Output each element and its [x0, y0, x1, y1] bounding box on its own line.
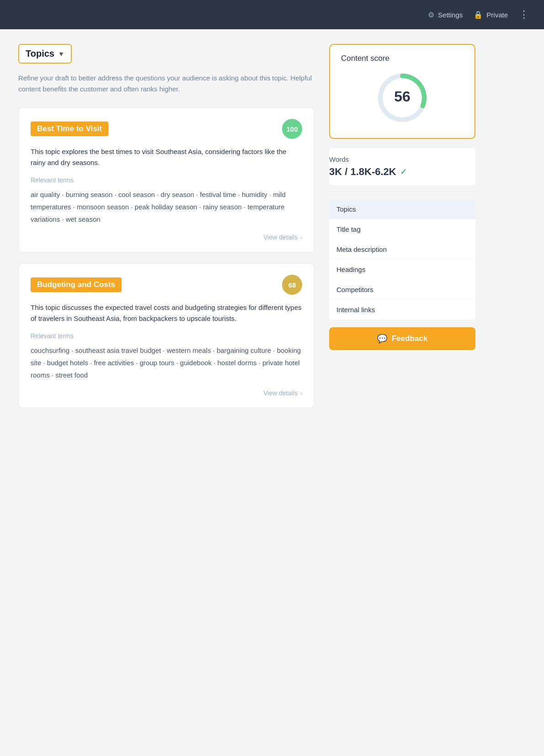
- right-column: Content score 56 Words 3K / 1.8K-6.2K ✓: [329, 44, 475, 350]
- card-header-best-time: Best Time to Visit 100: [31, 119, 302, 139]
- sidebar-item-competitors[interactable]: Competitors: [329, 280, 475, 300]
- left-column: Topics ▼ Refine your draft to better add…: [18, 44, 329, 419]
- view-details-label-2: View details: [263, 389, 297, 397]
- view-details-budgeting[interactable]: View details ›: [31, 389, 302, 397]
- terms-budgeting: couchsurfing · southeast asia travel bud…: [31, 344, 302, 381]
- dropdown-arrow-icon: ▼: [58, 50, 64, 58]
- donut-chart: 56: [341, 70, 464, 125]
- private-label: Private: [486, 11, 508, 19]
- divider: [329, 192, 475, 192]
- topic-card-budgeting: Budgeting and Costs 68 This topic discus…: [18, 263, 315, 408]
- words-count: 3K / 1.8K-6.2K: [329, 166, 396, 178]
- score-badge-budgeting: 68: [282, 275, 302, 295]
- card-description-best-time: This topic explores the best times to vi…: [31, 146, 302, 168]
- donut-svg: 56: [375, 70, 430, 125]
- relevant-terms-label-2: Relevant terms: [31, 332, 302, 340]
- main-layout: Topics ▼ Refine your draft to better add…: [0, 29, 544, 434]
- terms-best-time: air quality · burning season · cool seas…: [31, 188, 302, 225]
- chat-icon: 💬: [377, 334, 387, 344]
- view-details-best-time[interactable]: View details ›: [31, 234, 302, 241]
- topic-card-best-time: Best Time to Visit 100 This topic explor…: [18, 107, 315, 252]
- chevron-right-icon-1: ›: [300, 234, 302, 241]
- intro-text: Refine your draft to better address the …: [18, 73, 315, 95]
- words-value: 3K / 1.8K-6.2K ✓: [329, 166, 475, 178]
- score-number: 56: [394, 88, 411, 105]
- relevant-terms-label-1: Relevant terms: [31, 176, 302, 184]
- card-header-budgeting: Budgeting and Costs 68: [31, 275, 302, 295]
- view-details-label-1: View details: [263, 234, 297, 241]
- chevron-right-icon-2: ›: [300, 390, 302, 397]
- card-description-budgeting: This topic discusses the expected travel…: [31, 302, 302, 324]
- settings-icon: ⚙: [428, 11, 434, 19]
- settings-nav[interactable]: ⚙ Settings: [428, 11, 463, 19]
- sidebar-nav: Topics Title tag Meta description Headin…: [329, 199, 475, 320]
- lock-icon: 🔒: [474, 11, 483, 19]
- topic-badge-best-time: Best Time to Visit: [31, 122, 108, 136]
- words-section: Words 3K / 1.8K-6.2K ✓: [329, 148, 475, 185]
- private-nav[interactable]: 🔒 Private: [474, 11, 508, 19]
- words-label: Words: [329, 155, 475, 163]
- feedback-button[interactable]: 💬 Feedback: [329, 327, 475, 350]
- topic-badge-budgeting: Budgeting and Costs: [31, 277, 122, 292]
- sidebar-item-internal-links[interactable]: Internal links: [329, 300, 475, 320]
- sidebar-item-meta-description[interactable]: Meta description: [329, 240, 475, 260]
- feedback-label: Feedback: [392, 334, 427, 343]
- content-score-card: Content score 56: [329, 44, 475, 139]
- sidebar-item-title-tag[interactable]: Title tag: [329, 219, 475, 240]
- settings-label: Settings: [438, 11, 463, 19]
- topics-label: Topics: [26, 48, 54, 59]
- more-options-button[interactable]: ⋮: [519, 9, 529, 21]
- score-badge-best-time: 100: [282, 119, 302, 139]
- topbar: ⚙ Settings 🔒 Private ⋮: [0, 0, 544, 29]
- topics-dropdown[interactable]: Topics ▼: [18, 44, 72, 64]
- content-score-title: Content score: [341, 54, 464, 63]
- sidebar-item-topics[interactable]: Topics: [329, 199, 475, 219]
- check-icon: ✓: [400, 167, 407, 177]
- sidebar-item-headings[interactable]: Headings: [329, 260, 475, 280]
